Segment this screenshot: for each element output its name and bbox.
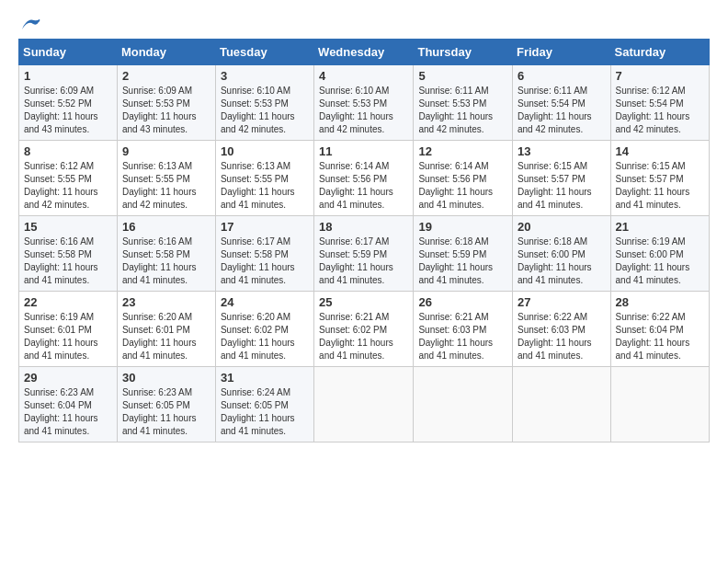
day-number: 10 xyxy=(221,144,309,158)
calendar-cell xyxy=(610,367,709,442)
calendar-cell: 19 Sunrise: 6:18 AMSunset: 5:59 PMDaylig… xyxy=(414,216,513,292)
day-info: Sunrise: 6:15 AMSunset: 5:57 PMDaylight:… xyxy=(616,160,704,212)
calendar-cell xyxy=(314,367,414,442)
header-wednesday: Wednesday xyxy=(314,40,414,65)
day-number: 16 xyxy=(122,220,210,234)
day-number: 4 xyxy=(319,69,408,83)
calendar-cell: 15 Sunrise: 6:16 AMSunset: 5:58 PMDaylig… xyxy=(19,216,118,292)
day-number: 28 xyxy=(616,295,704,309)
calendar-week-row: 22 Sunrise: 6:19 AMSunset: 6:01 PMDaylig… xyxy=(19,292,710,367)
calendar-cell: 9 Sunrise: 6:13 AMSunset: 5:55 PMDayligh… xyxy=(117,141,215,216)
day-info: Sunrise: 6:24 AMSunset: 6:05 PMDaylight:… xyxy=(221,386,309,438)
header-saturday: Saturday xyxy=(610,40,709,65)
day-number: 12 xyxy=(418,144,507,158)
day-number: 26 xyxy=(418,295,507,309)
calendar-cell: 16 Sunrise: 6:16 AMSunset: 5:58 PMDaylig… xyxy=(117,216,215,292)
day-number: 13 xyxy=(518,144,606,158)
calendar-cell: 10 Sunrise: 6:13 AMSunset: 5:55 PMDaylig… xyxy=(215,141,313,216)
day-info: Sunrise: 6:12 AMSunset: 5:55 PMDaylight:… xyxy=(24,160,112,212)
day-number: 15 xyxy=(24,220,112,234)
day-number: 3 xyxy=(221,69,309,83)
calendar-cell: 29 Sunrise: 6:23 AMSunset: 6:04 PMDaylig… xyxy=(19,367,118,442)
calendar-cell: 31 Sunrise: 6:24 AMSunset: 6:05 PMDaylig… xyxy=(215,367,313,442)
day-info: Sunrise: 6:20 AMSunset: 6:01 PMDaylight:… xyxy=(122,311,210,362)
calendar-cell: 23 Sunrise: 6:20 AMSunset: 6:01 PMDaylig… xyxy=(117,292,215,367)
calendar-week-row: 8 Sunrise: 6:12 AMSunset: 5:55 PMDayligh… xyxy=(19,141,710,216)
calendar-cell: 26 Sunrise: 6:21 AMSunset: 6:03 PMDaylig… xyxy=(414,292,513,367)
calendar-cell: 22 Sunrise: 6:19 AMSunset: 6:01 PMDaylig… xyxy=(19,292,118,367)
day-info: Sunrise: 6:14 AMSunset: 5:56 PMDaylight:… xyxy=(319,160,408,212)
day-info: Sunrise: 6:09 AMSunset: 5:52 PMDaylight:… xyxy=(24,85,112,136)
day-info: Sunrise: 6:12 AMSunset: 5:54 PMDaylight:… xyxy=(616,85,704,136)
day-info: Sunrise: 6:16 AMSunset: 5:58 PMDaylight:… xyxy=(24,236,112,287)
calendar-cell: 21 Sunrise: 6:19 AMSunset: 6:00 PMDaylig… xyxy=(610,216,709,292)
calendar-header-row: SundayMondayTuesdayWednesdayThursdayFrid… xyxy=(19,40,710,65)
day-number: 22 xyxy=(24,295,112,309)
header-sunday: Sunday xyxy=(19,40,118,65)
day-number: 14 xyxy=(616,144,704,158)
day-info: Sunrise: 6:21 AMSunset: 6:02 PMDaylight:… xyxy=(319,311,408,362)
calendar-cell: 12 Sunrise: 6:14 AMSunset: 5:56 PMDaylig… xyxy=(414,141,513,216)
day-number: 29 xyxy=(24,371,112,385)
day-number: 18 xyxy=(319,220,408,234)
day-info: Sunrise: 6:20 AMSunset: 6:02 PMDaylight:… xyxy=(221,311,309,362)
day-info: Sunrise: 6:11 AMSunset: 5:53 PMDaylight:… xyxy=(418,85,507,136)
day-info: Sunrise: 6:10 AMSunset: 5:53 PMDaylight:… xyxy=(319,85,408,136)
calendar-cell: 6 Sunrise: 6:11 AMSunset: 5:54 PMDayligh… xyxy=(513,65,611,141)
day-info: Sunrise: 6:17 AMSunset: 5:58 PMDaylight:… xyxy=(221,236,309,287)
calendar-cell: 11 Sunrise: 6:14 AMSunset: 5:56 PMDaylig… xyxy=(314,141,414,216)
day-info: Sunrise: 6:10 AMSunset: 5:53 PMDaylight:… xyxy=(221,85,309,136)
calendar-cell: 30 Sunrise: 6:23 AMSunset: 6:05 PMDaylig… xyxy=(117,367,215,442)
day-number: 25 xyxy=(319,295,408,309)
day-info: Sunrise: 6:18 AMSunset: 5:59 PMDaylight:… xyxy=(418,236,507,287)
logo-bird-icon xyxy=(20,18,40,33)
day-number: 27 xyxy=(518,295,606,309)
day-number: 17 xyxy=(221,220,309,234)
calendar-cell: 4 Sunrise: 6:10 AMSunset: 5:53 PMDayligh… xyxy=(314,65,414,141)
calendar-cell: 3 Sunrise: 6:10 AMSunset: 5:53 PMDayligh… xyxy=(215,65,313,141)
calendar-cell xyxy=(414,367,513,442)
day-info: Sunrise: 6:21 AMSunset: 6:03 PMDaylight:… xyxy=(418,311,507,362)
day-info: Sunrise: 6:09 AMSunset: 5:53 PMDaylight:… xyxy=(122,85,210,136)
calendar-cell: 14 Sunrise: 6:15 AMSunset: 5:57 PMDaylig… xyxy=(610,141,709,216)
calendar-cell xyxy=(513,367,611,442)
day-info: Sunrise: 6:11 AMSunset: 5:54 PMDaylight:… xyxy=(518,85,606,136)
day-number: 11 xyxy=(319,144,408,158)
page-header xyxy=(18,18,710,29)
day-number: 2 xyxy=(122,69,210,83)
day-info: Sunrise: 6:13 AMSunset: 5:55 PMDaylight:… xyxy=(221,160,309,212)
day-number: 5 xyxy=(418,69,507,83)
day-info: Sunrise: 6:22 AMSunset: 6:03 PMDaylight:… xyxy=(518,311,606,362)
calendar-week-row: 1 Sunrise: 6:09 AMSunset: 5:52 PMDayligh… xyxy=(19,65,710,141)
day-number: 1 xyxy=(24,69,112,83)
calendar-cell: 24 Sunrise: 6:20 AMSunset: 6:02 PMDaylig… xyxy=(215,292,313,367)
day-number: 20 xyxy=(518,220,606,234)
calendar-cell: 13 Sunrise: 6:15 AMSunset: 5:57 PMDaylig… xyxy=(513,141,611,216)
logo xyxy=(18,18,40,29)
day-number: 30 xyxy=(122,371,210,385)
header-tuesday: Tuesday xyxy=(215,40,313,65)
day-info: Sunrise: 6:13 AMSunset: 5:55 PMDaylight:… xyxy=(122,160,210,212)
day-number: 7 xyxy=(616,69,704,83)
calendar-cell: 1 Sunrise: 6:09 AMSunset: 5:52 PMDayligh… xyxy=(19,65,118,141)
day-number: 19 xyxy=(418,220,507,234)
day-info: Sunrise: 6:23 AMSunset: 6:04 PMDaylight:… xyxy=(24,386,112,438)
calendar-cell: 28 Sunrise: 6:22 AMSunset: 6:04 PMDaylig… xyxy=(610,292,709,367)
day-info: Sunrise: 6:18 AMSunset: 6:00 PMDaylight:… xyxy=(518,236,606,287)
calendar-cell: 18 Sunrise: 6:17 AMSunset: 5:59 PMDaylig… xyxy=(314,216,414,292)
day-info: Sunrise: 6:23 AMSunset: 6:05 PMDaylight:… xyxy=(122,386,210,438)
day-number: 23 xyxy=(122,295,210,309)
calendar-cell: 8 Sunrise: 6:12 AMSunset: 5:55 PMDayligh… xyxy=(19,141,118,216)
calendar-table: SundayMondayTuesdayWednesdayThursdayFrid… xyxy=(18,39,710,442)
day-info: Sunrise: 6:16 AMSunset: 5:58 PMDaylight:… xyxy=(122,236,210,287)
day-number: 31 xyxy=(221,371,309,385)
calendar-week-row: 15 Sunrise: 6:16 AMSunset: 5:58 PMDaylig… xyxy=(19,216,710,292)
day-info: Sunrise: 6:22 AMSunset: 6:04 PMDaylight:… xyxy=(616,311,704,362)
calendar-cell: 27 Sunrise: 6:22 AMSunset: 6:03 PMDaylig… xyxy=(513,292,611,367)
calendar-cell: 25 Sunrise: 6:21 AMSunset: 6:02 PMDaylig… xyxy=(314,292,414,367)
day-info: Sunrise: 6:15 AMSunset: 5:57 PMDaylight:… xyxy=(518,160,606,212)
calendar-cell: 17 Sunrise: 6:17 AMSunset: 5:58 PMDaylig… xyxy=(215,216,313,292)
day-number: 21 xyxy=(616,220,704,234)
calendar-cell: 20 Sunrise: 6:18 AMSunset: 6:00 PMDaylig… xyxy=(513,216,611,292)
day-info: Sunrise: 6:19 AMSunset: 6:00 PMDaylight:… xyxy=(616,236,704,287)
